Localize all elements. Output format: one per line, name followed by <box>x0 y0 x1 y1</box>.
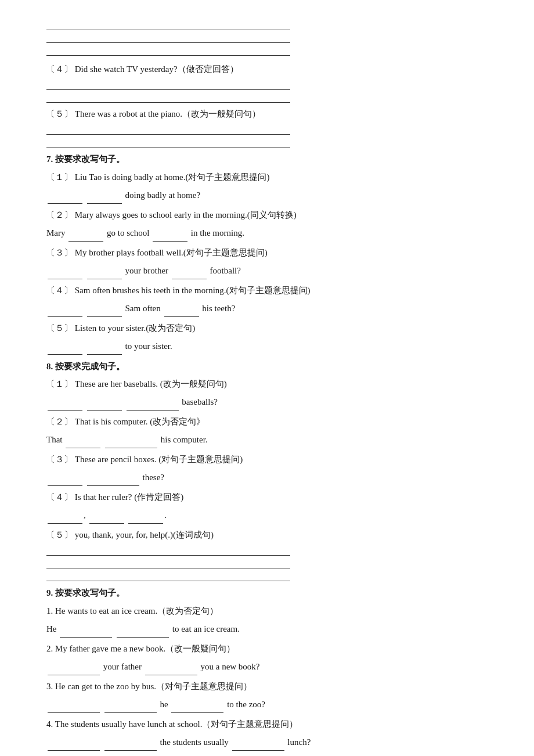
s7-q2-mary: Mary <box>46 228 67 237</box>
s9-q2-answer: your father you a new book? <box>46 658 488 675</box>
q4-answer-line-2 <box>46 92 290 103</box>
s9-q5-text: 5. I bought a notebook in bookstore.（改为否… <box>46 754 488 757</box>
s7-q1-answer: doing badly at home? <box>46 186 488 204</box>
q4-prev-text: 〔４〕 Did she watch TV yesterday?（做否定回答） <box>46 62 488 77</box>
s8-q2-that: That <box>46 435 63 444</box>
s9-q4-blank2 <box>104 741 157 751</box>
s7-q3-text: 〔３〕 My brother plays football well.(对句子主… <box>46 245 488 261</box>
s8-q1-question: These are her baseballs. (改为一般疑问句) <box>75 379 227 388</box>
s8-q3-text-end: these? <box>143 473 164 482</box>
q5-prev-text: 〔５〕 There was a robot at the piano.（改为一般… <box>46 106 488 122</box>
s8-q5-label: 〔５〕 <box>46 530 73 539</box>
s7-q5-blank2 <box>87 345 122 355</box>
s7-q2-text-end: in the morning. <box>191 228 244 237</box>
s8-q3-blank2 <box>87 477 139 486</box>
section-9-title: 9. 按要求改写句子。 <box>46 586 488 601</box>
s9-q1-answer: He to eat an ice cream. <box>46 620 488 638</box>
s7-q2-text: 〔２〕 Mary always goes to school early in … <box>46 207 488 223</box>
s9-q1-question: He wants to eat an ice cream.（改为否定句） <box>55 606 218 615</box>
s8-q5-answer <box>46 545 488 581</box>
s7-q1-blank2 <box>87 195 122 204</box>
top-line-3 <box>46 45 290 56</box>
s9-q2-text-mid: your father <box>103 662 144 671</box>
s8-q1-text-end: baseballs? <box>182 397 218 406</box>
q5-answer-line-2 <box>46 137 290 147</box>
s8-q4-text: 〔４〕 Is that her ruler? (作肯定回答) <box>46 489 488 505</box>
s8-q4-label: 〔４〕 <box>46 492 73 502</box>
s7-q3-answer: your brother football? <box>46 262 488 279</box>
s9-q3-blank1 <box>48 704 100 713</box>
s9-q3-blank3 <box>171 704 223 713</box>
s7-q4-answer: Sam often his teeth? <box>46 300 488 317</box>
s8-q1-blank3 <box>127 401 179 411</box>
s8-q1-blank1 <box>48 401 82 411</box>
s7-q4-blank3 <box>164 308 199 317</box>
top-line-1 <box>46 20 290 30</box>
s9-q4-blank3 <box>232 741 284 751</box>
s8-q4-question: Is that her ruler? (作肯定回答) <box>75 492 183 502</box>
s9-q1-blank2 <box>117 628 169 638</box>
s8-q4-blank3 <box>128 514 163 524</box>
s7-q1-blank1 <box>48 195 82 204</box>
s7-q5-text: 〔５〕 Listen to your sister.(改为否定句) <box>46 321 488 336</box>
s7-q4-question: Sam often brushes his teeth in the morni… <box>75 286 311 295</box>
s7-q3-blank2 <box>87 270 122 279</box>
s9-q3-blank2 <box>104 704 157 713</box>
s7-q5-blank1 <box>48 345 82 355</box>
s9-q4-text-mid: the students usually <box>160 737 231 747</box>
s7-q1-text: 〔１〕 Liu Tao is doing badly at home.(对句子主… <box>46 170 488 185</box>
s8-q5-question: you, thank, your, for, help(.)(连词成句) <box>75 530 214 539</box>
s8-q5-line3 <box>46 571 290 581</box>
s8-q2-blank2 <box>105 439 157 448</box>
q4-prev-question: Did she watch TV yesterday?（做否定回答） <box>75 64 239 74</box>
s7-q2-question: Mary always goes to school early in the … <box>75 210 297 219</box>
s9-q2-blank1 <box>48 666 100 675</box>
s9-q2-num: 2. <box>46 644 55 653</box>
s7-q2-blank1 <box>68 232 103 242</box>
s9-q1-blank1 <box>60 628 112 638</box>
s8-q4-blank2 <box>89 514 124 524</box>
s9-q4-num: 4. <box>46 719 55 729</box>
top-underlines <box>46 20 488 56</box>
s9-q2-text-end: you a new book? <box>200 662 259 671</box>
q5-prev-label: 〔５〕 <box>46 109 73 118</box>
s7-q4-blank2 <box>87 308 122 317</box>
s8-q4-answer: , . <box>46 506 488 524</box>
q5-answer-line-1 <box>46 124 290 135</box>
s7-q5-question: Listen to your sister.(改为否定句) <box>75 323 195 333</box>
s8-q2-text: 〔２〕 That is his computer. (改为否定句》 <box>46 414 488 430</box>
s7-q3-blank1 <box>48 270 82 279</box>
s7-q2-answer: Mary go to school in the morning. <box>46 224 488 242</box>
s9-q2-blank2 <box>145 666 197 675</box>
section-5-prev: 〔５〕 There was a robot at the piano.（改为一般… <box>46 106 488 147</box>
s8-q5-text: 〔５〕 you, thank, your, for, help(.)(连词成句) <box>46 527 488 543</box>
s9-q4-blank1 <box>48 741 100 751</box>
q4-answer-line-1 <box>46 80 290 90</box>
s7-q3-text-end: football? <box>210 266 241 275</box>
s9-q3-text-end: to the zoo? <box>227 700 265 709</box>
s8-q5-line1 <box>46 545 290 556</box>
s8-q3-text: 〔３〕 These are pencil boxes. (对句子主题意思提问) <box>46 452 488 467</box>
s7-q1-answer-text: doing badly at home? <box>125 190 201 200</box>
s9-q1-num: 1. <box>46 606 55 615</box>
s8-q2-blank1 <box>66 439 100 448</box>
s8-q1-answer: baseballs? <box>46 393 488 411</box>
s8-q3-answer: these? <box>46 469 488 486</box>
s7-q2-label: 〔２〕 <box>46 210 73 219</box>
s9-q1-he: He <box>46 624 59 633</box>
s8-q3-blank1 <box>48 477 82 486</box>
s7-q4-label: 〔４〕 <box>46 286 73 295</box>
s7-q2-text-mid: go to school <box>107 228 151 237</box>
s7-q1-question: Liu Tao is doing badly at home.(对句子主题意思提… <box>75 172 270 182</box>
section-7: 7. 按要求改写句子。 〔１〕 Liu Tao is doing badly a… <box>46 152 488 355</box>
s9-q3-question: He can get to the zoo by bus.（对句子主题意思提问） <box>55 682 252 691</box>
s8-q2-question: That is his computer. (改为否定句》 <box>75 417 205 426</box>
s8-q1-label: 〔１〕 <box>46 379 73 388</box>
s7-q4-text: 〔４〕 Sam often brushes his teeth in the m… <box>46 283 488 298</box>
s7-q3-text-mid: your brother <box>125 266 171 275</box>
s8-q1-text: 〔１〕 These are her baseballs. (改为一般疑问句) <box>46 376 488 392</box>
s7-q4-text-sam: Sam often <box>125 304 163 313</box>
s7-q3-blank3 <box>172 270 207 279</box>
s9-q2-question: My father gave me a new book.（改一般疑问句） <box>55 644 235 653</box>
s7-q5-text-end: to your sister. <box>125 341 172 351</box>
